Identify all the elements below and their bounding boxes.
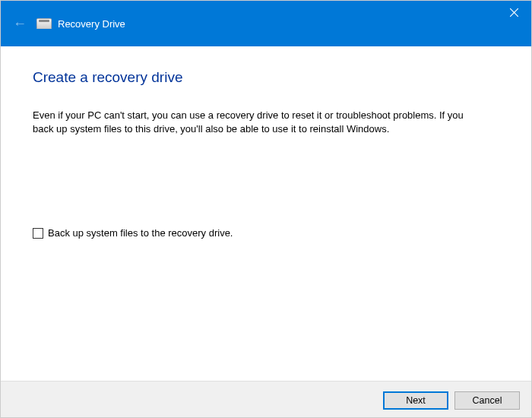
drive-icon (36, 18, 52, 29)
next-button[interactable]: Next (383, 391, 448, 410)
checkbox-label[interactable]: Back up system files to the recovery dri… (48, 227, 233, 239)
back-arrow-icon: ← (13, 16, 27, 32)
close-button[interactable] (497, 1, 531, 24)
window-title: Recovery Drive (58, 18, 125, 30)
content-area: Create a recovery drive Even if your PC … (1, 46, 531, 381)
page-heading: Create a recovery drive (33, 69, 499, 86)
titlebar: ← Recovery Drive (1, 1, 531, 46)
description-text: Even if your PC can't start, you can use… (33, 109, 473, 136)
backup-checkbox[interactable] (33, 228, 43, 239)
checkbox-row: Back up system files to the recovery dri… (33, 227, 499, 239)
back-button[interactable]: ← (5, 8, 35, 39)
footer-button-bar: Next Cancel (1, 381, 531, 418)
cancel-button[interactable]: Cancel (454, 391, 520, 410)
close-icon (510, 8, 518, 17)
